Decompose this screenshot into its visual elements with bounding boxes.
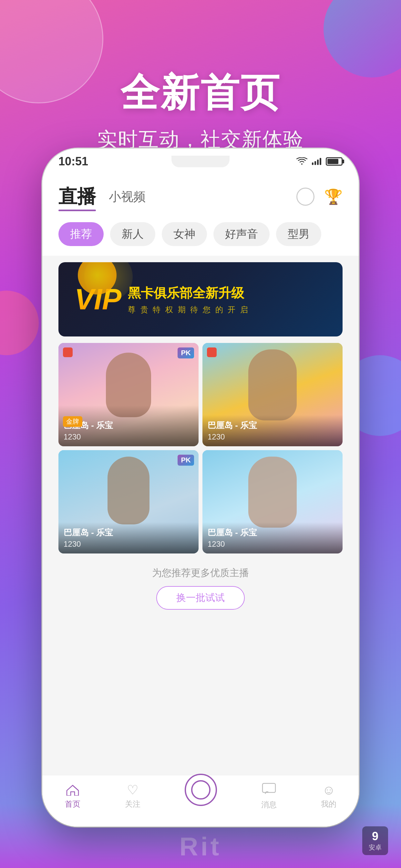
pk-badge-3: PK	[178, 455, 194, 466]
live-card-1[interactable]: PK 金牌 巴厘岛 - 乐宝 1230	[58, 343, 198, 446]
nav-profile-label: 我的	[321, 799, 336, 809]
app-subtitle: 小视频	[109, 189, 146, 205]
card-2-name: 巴厘岛 - 乐宝	[208, 420, 337, 431]
bg-decoration-circle-left	[0, 290, 39, 355]
nav-messages[interactable]: 消息	[261, 783, 277, 810]
profile-icon: ☺	[322, 783, 335, 796]
message-icon	[262, 783, 276, 797]
phone-mockup: 10:51	[42, 149, 359, 827]
card-2-viewers: 1230	[208, 432, 337, 441]
card-2-overlay: 巴厘岛 - 乐宝 1230	[203, 415, 343, 446]
title-underline	[58, 210, 96, 211]
live-card-2[interactable]: 巴厘岛 - 乐宝 1230	[203, 343, 343, 446]
nav-center-inner	[191, 780, 211, 800]
watermark-text: 安卓	[369, 843, 382, 852]
tab-handsome[interactable]: 型男	[276, 222, 321, 246]
search-icon[interactable]	[297, 188, 314, 206]
card-3-viewers: 1230	[64, 539, 193, 549]
header-icons: 🏆	[297, 188, 343, 206]
follow-icon: ♡	[127, 783, 138, 796]
card-3-overlay: 巴厘岛 - 乐宝 1230	[58, 522, 198, 554]
tab-newbie[interactable]: 新人	[110, 222, 155, 246]
card-3-name: 巴厘岛 - 乐宝	[64, 527, 193, 538]
nav-home-label: 首页	[65, 799, 81, 809]
card-4-viewers: 1230	[208, 539, 337, 549]
status-icons	[297, 157, 343, 166]
watermark-box: 9 安卓	[362, 826, 388, 855]
pk-badge-1: PK	[178, 347, 194, 359]
card-4-name: 巴厘岛 - 乐宝	[208, 527, 337, 538]
app-header: 直播 小视频 🏆	[42, 175, 359, 216]
card-1-viewers: 1230	[64, 432, 193, 441]
gold-badge-1: 金牌	[63, 416, 82, 427]
nav-messages-label: 消息	[261, 800, 277, 810]
phone-outer-shell: 10:51	[42, 149, 359, 827]
battery-icon	[326, 157, 343, 166]
nav-follow-label: 关注	[125, 799, 141, 809]
signal-icon	[312, 158, 321, 165]
rit-text: Rit	[180, 832, 222, 862]
card-3-person	[107, 457, 150, 524]
nav-home[interactable]: 首页	[65, 783, 81, 809]
phone-screen: 直播 小视频 🏆 推荐 新人 女神 好声音 型男	[42, 175, 359, 827]
wifi-icon	[297, 157, 307, 166]
bottom-nav: 首页 ♡ 关注	[42, 775, 359, 827]
svg-rect-0	[263, 783, 275, 793]
status-time: 10:51	[58, 155, 88, 168]
live-badge-red-1	[63, 347, 73, 357]
live-badge-red-2	[207, 347, 217, 357]
live-card-3[interactable]: PK 巴厘岛 - 乐宝 1230	[58, 450, 198, 554]
recommend-button[interactable]: 换一批试试	[156, 586, 245, 610]
card-1-name: 巴厘岛 - 乐宝	[64, 420, 193, 431]
watermark: 9 安卓	[362, 826, 388, 855]
card-1-overlay: 金牌 巴厘岛 - 乐宝 1230	[58, 405, 198, 446]
status-bar: 10:51	[58, 152, 343, 171]
nav-follow[interactable]: ♡ 关注	[125, 783, 141, 809]
recommend-section: 为您推荐更多优质主播 换一批试试	[42, 554, 359, 616]
category-tabs: 推荐 新人 女神 好声音 型男	[42, 216, 359, 256]
tab-voice[interactable]: 好声音	[213, 222, 270, 246]
vip-banner[interactable]: VIP 黑卡俱乐部全新升级 尊 贵 特 权 期 待 您 的 开 启	[58, 262, 343, 337]
vip-subtitle: 尊 贵 特 权 期 待 您 的 开 启	[128, 305, 249, 315]
nav-profile[interactable]: ☺ 我的	[321, 783, 336, 809]
nav-center[interactable]	[185, 780, 217, 812]
live-card-4[interactable]: 巴厘岛 - 乐宝 1230	[203, 450, 343, 554]
trophy-icon[interactable]: 🏆	[324, 188, 343, 206]
recommend-text: 为您推荐更多优质主播	[42, 566, 359, 580]
home-icon	[65, 783, 81, 796]
hero-title: 全新首页	[120, 67, 281, 120]
tab-goddess[interactable]: 女神	[162, 222, 207, 246]
nav-center-button[interactable]	[185, 774, 217, 806]
live-grid: PK 金牌 巴厘岛 - 乐宝 1230 巴厘岛 - 乐宝 1230	[42, 343, 359, 554]
vip-title: 黑卡俱乐部全新升级	[128, 284, 249, 302]
card-4-overlay: 巴厘岛 - 乐宝 1230	[203, 522, 343, 554]
watermark-number: 9	[372, 830, 378, 843]
vip-description: 黑卡俱乐部全新升级 尊 贵 特 权 期 待 您 的 开 启	[128, 284, 249, 315]
card-2-person	[248, 349, 297, 421]
tab-recommend[interactable]: 推荐	[58, 222, 104, 246]
app-title: 直播	[58, 186, 96, 207]
card-4-person	[248, 457, 297, 528]
